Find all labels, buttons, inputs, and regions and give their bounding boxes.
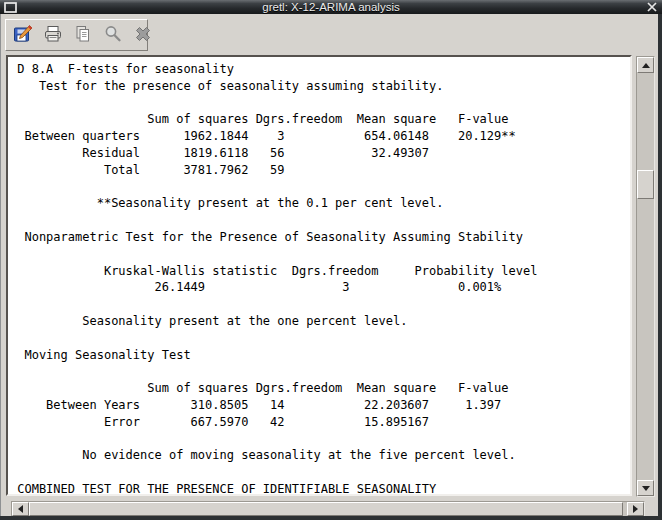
gretl-x12-window: gretl: X-12-ARIMA analysis xyxy=(0,0,662,520)
scroll-down-button[interactable] xyxy=(637,480,654,496)
scroll-left-button[interactable] xyxy=(12,502,29,516)
print-icon xyxy=(43,24,63,47)
window-edge-bottom xyxy=(0,516,662,520)
search-button[interactable] xyxy=(102,24,124,46)
window-edge-right xyxy=(658,14,662,520)
copy-button[interactable] xyxy=(72,24,94,46)
window-close-icon[interactable] xyxy=(645,1,659,13)
window-title: gretl: X-12-ARIMA analysis xyxy=(0,0,662,14)
copy-icon xyxy=(73,24,93,47)
save-button[interactable] xyxy=(12,24,34,46)
horizontal-scrollbar-thumb[interactable] xyxy=(29,502,623,516)
scroll-right-button[interactable] xyxy=(627,502,644,516)
scroll-down-icon xyxy=(642,486,650,491)
toolbar-panel xyxy=(5,19,148,51)
titlebar[interactable]: gretl: X-12-ARIMA analysis xyxy=(0,0,662,14)
vertical-scrollbar-thumb[interactable] xyxy=(637,170,654,199)
output-text-view[interactable]: D 8.A F-tests for seasonality Test for t… xyxy=(6,55,632,496)
save-icon xyxy=(13,24,33,47)
analysis-output-text: D 8.A F-tests for seasonality Test for t… xyxy=(8,57,630,496)
close-button[interactable] xyxy=(132,24,154,46)
print-button[interactable] xyxy=(42,24,64,46)
scroll-up-icon xyxy=(642,63,650,68)
scroll-right-icon xyxy=(633,505,638,513)
toolbar xyxy=(0,14,662,55)
horizontal-scrollbar[interactable] xyxy=(11,501,645,517)
close-icon xyxy=(133,24,153,47)
window-menu-icon[interactable] xyxy=(3,1,18,13)
scroll-left-icon xyxy=(18,505,23,513)
scroll-up-button[interactable] xyxy=(637,57,654,73)
vertical-scrollbar[interactable] xyxy=(636,56,655,497)
window-edge-left xyxy=(0,14,1,516)
search-icon xyxy=(103,24,123,47)
